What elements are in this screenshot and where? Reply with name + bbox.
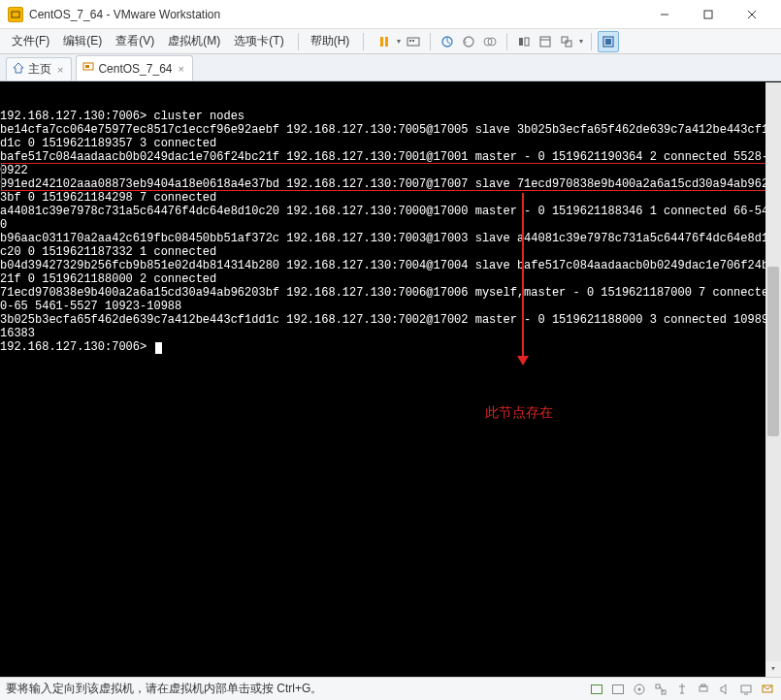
svg-point-25 bbox=[638, 687, 641, 690]
tab-vm[interactable]: CentOS_7_64 × bbox=[76, 55, 193, 80]
scroll-thumb[interactable] bbox=[767, 267, 779, 435]
annotation-text: 此节点存在 bbox=[485, 405, 553, 419]
library-icon[interactable] bbox=[535, 31, 556, 52]
tab-label: 主页 bbox=[28, 61, 51, 78]
scroll-down-button[interactable]: ▾ bbox=[765, 661, 781, 677]
pause-icon[interactable] bbox=[374, 31, 395, 52]
chevron-down-icon[interactable]: ▾ bbox=[395, 37, 403, 46]
titlebar: CentOS_7_64 - VMware Workstation bbox=[0, 0, 781, 29]
disk2-icon[interactable] bbox=[610, 682, 626, 697]
svg-rect-26 bbox=[656, 684, 660, 688]
sound-icon[interactable] bbox=[717, 682, 732, 697]
menu-vm[interactable]: 虚拟机(M) bbox=[162, 31, 226, 51]
svg-rect-31 bbox=[741, 685, 751, 692]
close-tab-icon[interactable]: × bbox=[177, 63, 186, 75]
snapshot-icon[interactable] bbox=[437, 31, 458, 52]
menu-separator bbox=[363, 33, 364, 50]
minimize-button[interactable] bbox=[642, 0, 686, 29]
vm-icon bbox=[82, 61, 94, 76]
status-text: 要将输入定向到该虚拟机，请在虚拟机内部单击或按 Ctrl+G。 bbox=[6, 681, 322, 697]
annotation-arrow bbox=[522, 193, 524, 358]
menu-file[interactable]: 文件(F) bbox=[6, 31, 55, 51]
close-tab-icon[interactable]: × bbox=[55, 64, 65, 76]
display-icon[interactable] bbox=[738, 682, 754, 697]
menu-help[interactable]: 帮助(H) bbox=[305, 31, 356, 51]
tab-label: CentOS_7_64 bbox=[98, 62, 172, 76]
app-icon bbox=[8, 7, 23, 22]
window-controls bbox=[642, 0, 773, 29]
maximize-button[interactable] bbox=[686, 0, 730, 29]
chevron-down-icon[interactable]: ▾ bbox=[577, 37, 585, 46]
window-title: CentOS_7_64 - VMware Workstation bbox=[29, 8, 642, 21]
disk-icon[interactable] bbox=[589, 682, 604, 697]
svg-rect-19 bbox=[566, 41, 571, 47]
menu-edit[interactable]: 编辑(E) bbox=[57, 31, 108, 51]
manage-snapshots-icon[interactable] bbox=[479, 31, 501, 52]
menu-separator bbox=[298, 33, 299, 50]
svg-rect-18 bbox=[562, 37, 568, 43]
fullscreen-icon[interactable] bbox=[598, 31, 619, 52]
menu-view[interactable]: 查看(V) bbox=[110, 31, 160, 51]
home-icon bbox=[13, 62, 24, 77]
svg-rect-9 bbox=[412, 40, 414, 42]
status-icons bbox=[589, 682, 775, 697]
tab-home[interactable]: 主页 × bbox=[6, 57, 72, 80]
send-keys-icon[interactable] bbox=[403, 31, 424, 52]
cd-icon[interactable] bbox=[632, 682, 647, 697]
network-icon[interactable] bbox=[653, 682, 668, 697]
statusbar: 要将输入定向到该虚拟机，请在虚拟机内部单击或按 Ctrl+G。 bbox=[0, 677, 781, 700]
svg-rect-30 bbox=[701, 684, 705, 686]
terminal-output: 192.168.127.130:7006> cluster nodes be14… bbox=[0, 110, 781, 354]
svg-rect-6 bbox=[385, 37, 388, 47]
unity-icon[interactable] bbox=[556, 31, 577, 52]
svg-rect-23 bbox=[85, 65, 89, 68]
printer-icon[interactable] bbox=[696, 682, 711, 697]
separator bbox=[591, 33, 592, 50]
svg-rect-5 bbox=[380, 37, 383, 47]
close-button[interactable] bbox=[730, 0, 773, 29]
svg-rect-14 bbox=[519, 38, 523, 46]
revert-icon[interactable] bbox=[458, 31, 479, 52]
separator bbox=[506, 33, 507, 50]
separator bbox=[430, 33, 431, 50]
svg-rect-16 bbox=[540, 37, 550, 47]
scroll-track[interactable] bbox=[765, 98, 781, 661]
menubar: 文件(F) 编辑(E) 查看(V) 虚拟机(M) 选项卡(T) 帮助(H) ▾ … bbox=[0, 29, 781, 54]
svg-rect-29 bbox=[700, 686, 707, 691]
svg-rect-0 bbox=[12, 12, 19, 17]
thumbnail-icon[interactable] bbox=[513, 31, 535, 52]
svg-rect-21 bbox=[605, 39, 611, 45]
terminal[interactable]: 192.168.127.130:7006> cluster nodes be14… bbox=[0, 81, 781, 677]
cursor bbox=[155, 342, 162, 354]
menu-tabs[interactable]: 选项卡(T) bbox=[228, 31, 289, 51]
usb-icon[interactable] bbox=[674, 682, 690, 697]
svg-rect-15 bbox=[525, 38, 529, 46]
svg-rect-8 bbox=[409, 40, 411, 42]
tabbar: 主页 × CentOS_7_64 × bbox=[0, 54, 781, 81]
svg-rect-2 bbox=[704, 11, 712, 18]
vertical-scrollbar[interactable]: ▴ ▾ bbox=[765, 82, 781, 677]
message-icon[interactable] bbox=[760, 682, 775, 697]
